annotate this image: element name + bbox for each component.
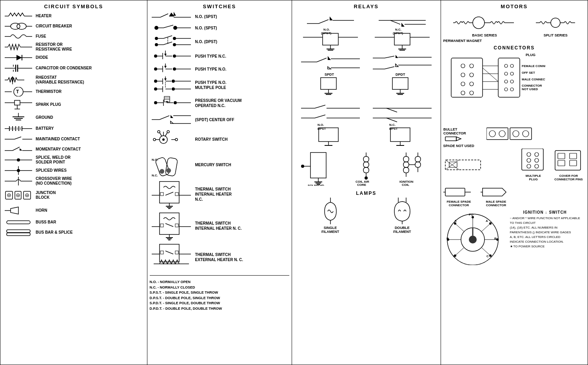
pressure-nc-label: PRESSURE OR VACUUMOPERATED N.C.	[195, 98, 242, 108]
svg-point-266	[365, 176, 368, 180]
relay-nc-dpst: N.C. DPST	[373, 100, 432, 147]
svg-point-111	[173, 67, 176, 71]
thermal-ext-icon	[150, 242, 193, 272]
svg-rect-176	[175, 224, 178, 227]
symbol-thermistor: T THERMISTOR	[3, 87, 145, 96]
symbol-bus-bar-splice: BUS BAR & SPLICE	[3, 228, 145, 237]
mercury-icon: N.O. N.C.	[150, 152, 193, 178]
buss-bar-icon	[3, 219, 34, 226]
svg-rect-28	[15, 100, 20, 105]
svg-marker-71	[11, 207, 18, 214]
svg-point-331	[513, 131, 519, 137]
splice-label: SPLICE, WELD ORSOLDER POINT	[36, 155, 71, 165]
svg-text:DPST: DPST	[389, 127, 397, 131]
page: CIRCUIT SYMBOLS HEATER	[0, 0, 588, 365]
svg-point-160	[166, 168, 171, 173]
svg-rect-175	[160, 224, 163, 227]
relay-dpdt: DPDT	[373, 54, 432, 97]
svg-point-84	[173, 26, 177, 30]
relays-title: RELAYS	[294, 4, 438, 9]
thermistor-icon: T	[3, 87, 34, 96]
svg-point-332	[523, 131, 529, 137]
split-series-label: SPLIT SERIES	[544, 33, 568, 37]
lamp-double-filament: DOUBLEFILAMENT	[385, 198, 420, 234]
svg-line-376	[482, 248, 490, 256]
svg-point-339	[535, 153, 539, 156]
switch-rotary: ROTARY SWITCH	[150, 129, 290, 150]
rotary-icon	[150, 129, 193, 150]
svg-marker-232	[396, 64, 398, 67]
svg-marker-143	[171, 121, 173, 123]
symbol-capacitor: CAPACITOR OR CONDENSER	[3, 64, 145, 73]
svg-rect-345	[558, 153, 565, 159]
thermistor-label: THERMISTOR	[36, 89, 62, 94]
svg-point-70	[27, 195, 28, 196]
ground-icon	[3, 113, 34, 122]
svg-marker-326	[456, 137, 461, 141]
svg-text:N.C.: N.C.	[395, 28, 401, 31]
relay-no-spst: N.O. (SPST)	[303, 12, 358, 51]
switch-pressure-nc: PRESSURE OR VACUUMOPERATED N.C.	[150, 96, 290, 111]
switch-no-spst1: N.O. (SPST)	[150, 12, 290, 21]
svg-line-217	[317, 58, 327, 62]
diode-icon	[3, 53, 34, 62]
svg-point-151	[153, 138, 156, 141]
svg-point-119	[172, 80, 175, 83]
svg-point-89	[173, 37, 176, 40]
svg-point-301	[505, 88, 508, 91]
svg-text:N.O.: N.O.	[318, 123, 324, 127]
svg-point-113	[154, 80, 157, 83]
symbol-momentary-contact: MOMENTARY CONTACT	[3, 145, 145, 154]
svg-rect-75	[7, 233, 30, 236]
symbol-horn: HORN	[3, 205, 145, 216]
momentary-contact-icon	[3, 145, 34, 154]
ignition-notes: ~ AND/OR * WIRE FUNCTION NOT APPLICABLE …	[510, 216, 580, 249]
symbol-fuse: FUSE	[3, 32, 145, 41]
svg-text:SOLENOID: SOLENOID	[308, 184, 324, 186]
svg-rect-200	[394, 33, 410, 45]
symbol-heater: HEATER	[3, 12, 145, 20]
svg-text:PLUG: PLUG	[526, 53, 535, 57]
splice-icon	[3, 156, 34, 163]
svg-text:CONNECTOR: CONNECTOR	[522, 84, 542, 87]
svg-point-341	[535, 158, 539, 162]
svg-rect-223	[392, 78, 408, 89]
svg-point-297	[505, 72, 508, 75]
momentary-contact-label: MOMENTARY CONTACT	[36, 147, 81, 152]
spade-connectors-row: FEMALE SPADECONNECTOR MALE SPADECONNECTO…	[443, 184, 586, 207]
svg-point-153	[175, 138, 178, 141]
svg-rect-325	[445, 137, 456, 141]
symbol-rheostat: RHEOSTAT(VARIABLE RESISTANCE)	[3, 74, 145, 85]
lamp-single-filament: SINGLE FILAMENT SINGLEFILAMENT	[313, 198, 348, 234]
maintained-contact-label: MAINTAINED CONTACT	[36, 137, 80, 142]
svg-rect-333	[445, 160, 481, 170]
svg-text:(SPST): (SPST)	[393, 31, 403, 35]
svg-marker-206	[401, 23, 405, 27]
svg-line-77	[160, 14, 168, 17]
svg-point-55	[17, 158, 20, 162]
fuse-label: FUSE	[36, 34, 46, 39]
svg-line-174	[165, 223, 173, 227]
heater-icon	[3, 12, 34, 20]
symbol-spark-plug: SPARK PLUG	[3, 98, 145, 111]
svg-marker-102	[164, 54, 167, 56]
thermal-nc2-label: THERMAL SWITCHINTERNAL HEATER N. C.	[195, 221, 242, 231]
svg-marker-118	[164, 78, 167, 81]
motor-basic-series: BASIC SERIES	[453, 12, 516, 37]
male-spade-connector: MALE SPADECONNECTOR	[481, 184, 512, 207]
switches-section: SWITCHES N.O. (SPST)	[147, 0, 292, 365]
svg-line-371	[455, 223, 464, 231]
svg-marker-221	[328, 67, 331, 69]
junction-block-icon	[3, 187, 34, 203]
relay-coil-air-core: COIL AIR CORE	[348, 151, 384, 186]
switch-push-no: PUSH TYPE N.O.	[150, 64, 290, 74]
svg-point-147	[158, 131, 160, 133]
svg-point-308	[461, 82, 465, 86]
svg-rect-346	[558, 160, 565, 166]
horn-label: HORN	[36, 208, 47, 213]
symbol-junction-block: JUNCTIONBLOCK	[3, 187, 145, 203]
svg-point-338	[527, 153, 531, 156]
svg-text:FEMALE CONNECTOR: FEMALE CONNECTOR	[522, 64, 545, 68]
svg-rect-377	[469, 236, 477, 243]
svg-line-51	[13, 147, 20, 151]
